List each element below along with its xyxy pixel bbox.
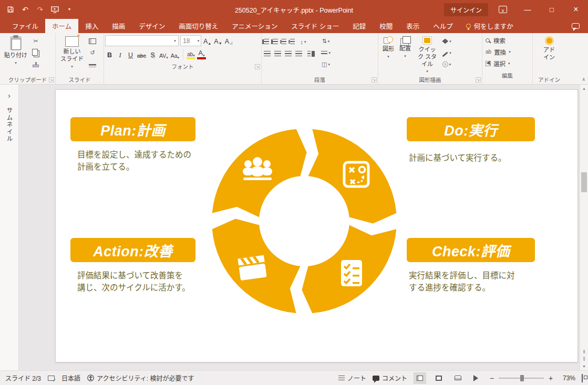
- tab-record[interactable]: 記録: [346, 19, 373, 33]
- tab-draw[interactable]: 描画: [105, 19, 132, 33]
- start-slideshow-icon[interactable]: [50, 5, 59, 14]
- language-indicator[interactable]: 日本語: [61, 373, 80, 382]
- font-size-combobox[interactable]: ▾: [180, 35, 201, 46]
- find-button[interactable]: 検索: [483, 35, 531, 45]
- change-case-button[interactable]: Aa▾: [170, 49, 180, 59]
- section-button[interactable]: [88, 60, 97, 69]
- clear-formatting-button[interactable]: A◢: [224, 36, 233, 46]
- close-button[interactable]: ×: [564, 0, 588, 19]
- shape-fill-button[interactable]: ▾: [442, 37, 451, 46]
- increase-indent-button[interactable]: [290, 39, 295, 45]
- character-spacing-button[interactable]: AV▾: [159, 49, 169, 59]
- tab-file[interactable]: ファイル: [5, 19, 45, 33]
- slide[interactable]: Plan:計画 Do:実行 Action:改善 Check:評価 目標を設定し、…: [55, 89, 578, 362]
- replace-button[interactable]: ab置換▾: [483, 47, 531, 57]
- font-size-input[interactable]: [181, 37, 196, 45]
- clipboard-dialog-launcher[interactable]: ↘: [49, 77, 54, 82]
- copy-button[interactable]: [31, 48, 40, 57]
- line-spacing-button[interactable]: ↕▾: [298, 37, 308, 46]
- slide-sorter-view-button[interactable]: [432, 372, 445, 384]
- scroll-up-button[interactable]: ▲: [580, 85, 588, 92]
- strikethrough-button[interactable]: abc: [137, 49, 147, 59]
- shape-effects-button[interactable]: ▾: [442, 60, 451, 69]
- fit-slide-button[interactable]: [582, 374, 583, 382]
- align-center-button[interactable]: [274, 51, 281, 57]
- font-dialog-launcher[interactable]: ↘: [255, 64, 260, 69]
- minimize-button[interactable]: —: [515, 0, 540, 19]
- slideshow-view-button[interactable]: [470, 372, 483, 384]
- tab-insert[interactable]: 挿入: [78, 19, 105, 33]
- decrease-indent-button[interactable]: [282, 39, 286, 45]
- redo-icon[interactable]: ↷: [36, 5, 44, 14]
- justify-button[interactable]: [295, 51, 302, 57]
- comments-toggle[interactable]: [572, 19, 580, 33]
- tab-transitions[interactable]: 画面切り替え: [172, 19, 225, 33]
- zoom-level[interactable]: 73%: [560, 374, 575, 382]
- shape-outline-button[interactable]: ▾: [442, 48, 451, 57]
- increase-font-button[interactable]: A▲: [203, 36, 212, 46]
- spellcheck-button[interactable]: [48, 376, 55, 381]
- tab-view[interactable]: 表示: [399, 19, 426, 33]
- paragraph-dialog-launcher[interactable]: ↘: [372, 77, 377, 82]
- convert-smartart-button[interactable]: ◫▾: [321, 60, 331, 69]
- scrollbar-thumb[interactable]: [581, 172, 587, 192]
- check-label-box[interactable]: Check:評価: [407, 238, 535, 262]
- align-left-button[interactable]: [264, 51, 271, 57]
- numbered-list-button[interactable]: [273, 39, 278, 45]
- bold-button[interactable]: B: [105, 49, 114, 59]
- reading-view-button[interactable]: [451, 372, 464, 384]
- tab-slideshow[interactable]: スライド ショー: [284, 19, 346, 33]
- thumbnails-label[interactable]: サムネイル: [5, 107, 14, 143]
- scrollbar-track[interactable]: [580, 92, 588, 348]
- normal-view-button[interactable]: [414, 372, 426, 384]
- accessibility-status[interactable]: アクセシビリティ: 検討が必要です: [87, 373, 194, 382]
- collapse-ribbon-button[interactable]: ∧: [582, 77, 585, 82]
- tab-design[interactable]: デザイン: [132, 19, 172, 33]
- comments-button[interactable]: コメント: [373, 373, 407, 382]
- tab-help[interactable]: ヘルプ: [426, 19, 460, 33]
- font-color-button[interactable]: A▾: [197, 49, 206, 59]
- tab-review[interactable]: 校閲: [373, 19, 399, 33]
- scroll-down-button[interactable]: ▼: [580, 362, 588, 370]
- zoom-in-button[interactable]: +: [548, 374, 553, 382]
- drawing-dialog-launcher[interactable]: ↘: [476, 77, 481, 82]
- decrease-font-button[interactable]: A▼: [213, 36, 222, 46]
- action-label-box[interactable]: Action:改善: [70, 238, 195, 262]
- slide-number-indicator[interactable]: スライド 2/3: [5, 373, 41, 382]
- text-shadow-button[interactable]: S: [148, 49, 157, 59]
- tab-home[interactable]: ホーム: [45, 19, 78, 33]
- cut-button[interactable]: ✂: [31, 37, 40, 46]
- align-right-button[interactable]: [285, 51, 292, 57]
- customize-qat-icon[interactable]: ▾: [65, 5, 74, 14]
- text-direction-button[interactable]: ⇅▾: [321, 37, 331, 46]
- zoom-slider-thumb[interactable]: [520, 375, 524, 381]
- next-slide-button[interactable]: ∨∨: [583, 355, 585, 362]
- ribbon-display-options-icon[interactable]: ∨: [499, 6, 507, 13]
- layout-button[interactable]: [88, 37, 97, 46]
- do-label-box[interactable]: Do:実行: [407, 117, 535, 141]
- zoom-slider-track[interactable]: [499, 378, 544, 379]
- font-name-combobox[interactable]: ▾: [105, 35, 179, 46]
- highlight-color-button[interactable]: ab▾: [187, 49, 195, 59]
- italic-button[interactable]: I: [116, 49, 125, 59]
- addins-button[interactable]: アド イン: [538, 35, 561, 75]
- tell-me-search[interactable]: 何をしますか: [460, 19, 520, 33]
- reset-slide-button[interactable]: ↺: [88, 48, 97, 57]
- paste-button[interactable]: 貼り付け ▾: [2, 35, 30, 75]
- underline-button[interactable]: U: [126, 49, 135, 59]
- shapes-button[interactable]: 図形 ▾: [380, 35, 397, 75]
- align-text-button[interactable]: ▾: [321, 48, 331, 57]
- arrange-button[interactable]: 配置 ▾: [397, 35, 414, 75]
- save-icon[interactable]: [6, 5, 15, 14]
- new-slide-button[interactable]: 新しい スライド ▾: [57, 35, 87, 75]
- notes-button[interactable]: ノート: [338, 373, 366, 382]
- expand-thumbnails-icon[interactable]: ›: [8, 91, 11, 100]
- bullet-list-button[interactable]: [264, 39, 269, 45]
- format-painter-button[interactable]: [31, 60, 40, 69]
- undo-icon[interactable]: ↶: [21, 5, 29, 14]
- quick-styles-button[interactable]: クイック スタイル ▾: [414, 35, 441, 75]
- select-button[interactable]: 選択▾: [483, 58, 531, 68]
- previous-slide-button[interactable]: ∧∧: [583, 348, 585, 356]
- maximize-button[interactable]: □: [540, 0, 564, 19]
- columns-button[interactable]: ▾: [306, 49, 315, 58]
